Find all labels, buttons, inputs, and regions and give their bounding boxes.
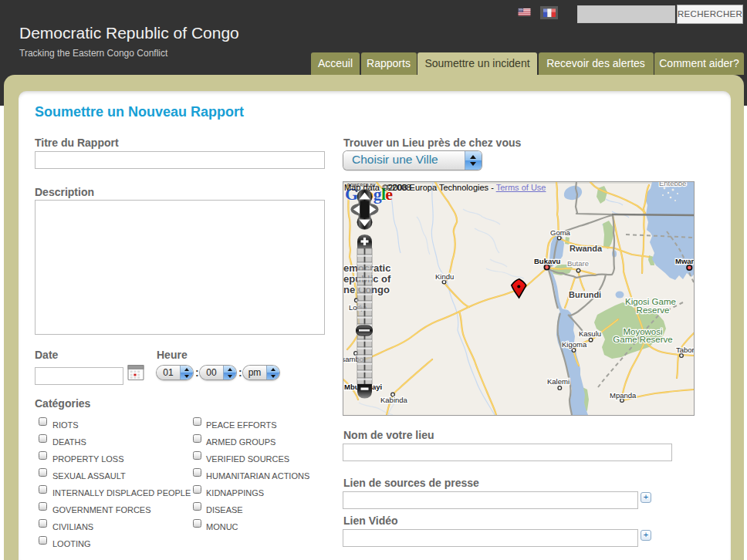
svg-text:Bukavu: Bukavu: [534, 257, 561, 265]
svg-text:Game Reserve: Game Reserve: [613, 335, 672, 344]
svg-text:Burundi: Burundi: [569, 290, 601, 299]
svg-text:Reserve: Reserve: [637, 305, 670, 315]
svg-text:Mwanza: Mwanza: [675, 257, 694, 265]
svg-text:Kasulu: Kasulu: [579, 329, 601, 338]
svg-text:Butare: Butare: [567, 259, 589, 268]
svg-text:Mpanda: Mpanda: [610, 391, 637, 400]
svg-text:Entebbe: Entebbe: [659, 182, 686, 187]
svg-text:Rwanda: Rwanda: [570, 244, 603, 253]
svg-text:Kalemi: Kalemi: [547, 377, 570, 386]
svg-text:Kindu: Kindu: [435, 272, 454, 281]
svg-text:Tabora: Tabora: [676, 346, 694, 354]
svg-text:Kabinda: Kabinda: [380, 396, 408, 404]
svg-text:Goma: Goma: [550, 228, 571, 237]
svg-text:Kigoma: Kigoma: [562, 340, 587, 349]
